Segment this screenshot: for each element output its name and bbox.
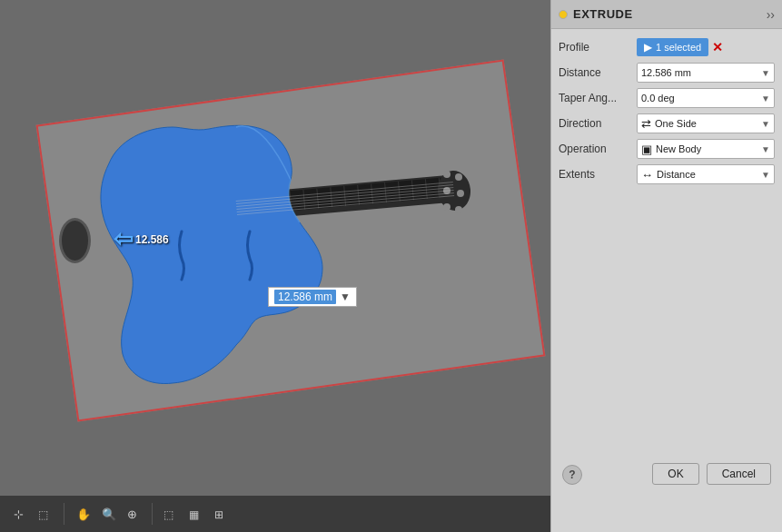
panel-header: EXTRUDE ›› bbox=[551, 0, 782, 29]
toolbar-group-3: ⬚ ▦ ⊞ bbox=[160, 503, 240, 525]
svg-point-16 bbox=[455, 173, 462, 181]
svg-text:⊞: ⊞ bbox=[214, 508, 223, 521]
cursor-icon: ▶ bbox=[644, 41, 652, 54]
extents-arrow-icon: ▼ bbox=[761, 170, 770, 180]
svg-point-15 bbox=[443, 171, 450, 178]
operation-control: ▣ New Body ▼ bbox=[637, 139, 775, 159]
dimension-input-box[interactable]: 12.586 mm ▼ bbox=[268, 287, 357, 307]
distance-label: Distance bbox=[559, 66, 631, 79]
svg-text:⬚: ⬚ bbox=[38, 508, 48, 521]
distance-control: 12.586 mm ▼ bbox=[637, 63, 775, 83]
profile-label: Profile bbox=[559, 41, 631, 54]
svg-point-14 bbox=[436, 170, 472, 212]
operation-dropdown[interactable]: ▣ New Body ▼ bbox=[637, 139, 775, 159]
operation-value: New Body bbox=[656, 143, 701, 154]
ok-button[interactable]: OK bbox=[652, 463, 698, 485]
taper-angle-dropdown[interactable]: 0.0 deg ▼ bbox=[637, 88, 775, 108]
panel-body: Profile ▶ 1 selected ✕ Distance 12.586 m… bbox=[551, 29, 782, 192]
extents-row: Extents ↔ Distance ▼ bbox=[551, 162, 782, 187]
zoom-tool-button[interactable]: 🔍 bbox=[97, 503, 119, 525]
extents-label: Extents bbox=[559, 168, 631, 181]
distance-value: 12.586 mm bbox=[641, 67, 691, 78]
svg-text:⊹: ⊹ bbox=[14, 507, 24, 521]
taper-angle-label: Taper Ang... bbox=[559, 92, 631, 104]
direction-content: ⇄ One Side bbox=[641, 117, 697, 131]
extents-dropdown[interactable]: ↔ Distance ▼ bbox=[637, 164, 775, 184]
svg-text:✋: ✋ bbox=[76, 507, 91, 522]
end-pin bbox=[59, 218, 91, 263]
panel-expand-button[interactable]: ›› bbox=[767, 7, 775, 22]
taper-angle-control: 0.0 deg ▼ bbox=[637, 88, 775, 108]
direction-value: One Side bbox=[655, 118, 697, 129]
profile-row: Profile ▶ 1 selected ✕ bbox=[551, 34, 782, 60]
direction-control: ⇄ One Side ▼ bbox=[637, 113, 775, 133]
extents-content: ↔ Distance bbox=[641, 168, 696, 182]
distance-dropdown[interactable]: 12.586 mm ▼ bbox=[637, 63, 775, 83]
svg-point-20 bbox=[455, 206, 462, 213]
svg-text:🔍: 🔍 bbox=[102, 507, 116, 522]
distance-arrow-icon: ▼ bbox=[761, 68, 770, 78]
svg-text:⊕: ⊕ bbox=[127, 507, 137, 521]
operation-icon: ▣ bbox=[641, 143, 652, 156]
taper-angle-arrow-icon: ▼ bbox=[761, 94, 770, 103]
direction-icon: ⇄ bbox=[641, 117, 651, 131]
profile-control: ▶ 1 selected ✕ bbox=[637, 38, 775, 56]
display-settings-button[interactable]: ⊞ bbox=[211, 503, 233, 525]
operation-content: ▣ New Body bbox=[641, 143, 701, 156]
orbit-tool-button[interactable]: ⬚ bbox=[35, 503, 56, 525]
panel-header-left: EXTRUDE bbox=[559, 7, 633, 21]
svg-point-18 bbox=[457, 190, 464, 197]
extrude-panel: EXTRUDE ›› Profile ▶ 1 selected ✕ Distan… bbox=[550, 0, 782, 532]
direction-dropdown[interactable]: ⇄ One Side ▼ bbox=[637, 113, 775, 133]
panel-title: EXTRUDE bbox=[573, 7, 633, 21]
operation-label: Operation bbox=[559, 143, 631, 155]
viewport: ⇦ 12.586 12.586 mm ▼ bbox=[0, 0, 554, 532]
fit-tool-button[interactable]: ⊕ bbox=[123, 503, 144, 525]
operation-row: Operation ▣ New Body ▼ bbox=[551, 136, 782, 162]
panel-footer: OK Cancel bbox=[551, 456, 782, 492]
profile-selected-button[interactable]: ▶ 1 selected bbox=[637, 38, 708, 56]
extents-value: Distance bbox=[657, 169, 696, 180]
cancel-button[interactable]: Cancel bbox=[707, 463, 771, 485]
profile-clear-button[interactable]: ✕ bbox=[708, 40, 727, 54]
toolbar-group-2: ✋ 🔍 ⊕ bbox=[72, 503, 153, 525]
direction-row: Direction ⇄ One Side ▼ bbox=[551, 111, 782, 136]
operation-arrow-icon: ▼ bbox=[761, 144, 770, 154]
dimension-value: 12.586 mm bbox=[274, 290, 336, 304]
extents-icon: ↔ bbox=[641, 168, 653, 182]
svg-point-19 bbox=[443, 203, 450, 211]
taper-angle-row: Taper Ang... 0.0 deg ▼ bbox=[551, 85, 782, 111]
svg-text:⬚: ⬚ bbox=[163, 508, 173, 521]
toolbar-group-1: ⊹ ⬚ bbox=[9, 503, 64, 525]
taper-angle-value: 0.0 deg bbox=[641, 93, 675, 103]
svg-text:▦: ▦ bbox=[189, 508, 199, 521]
profile-selected-label: 1 selected bbox=[656, 42, 701, 53]
pan-tool-button[interactable]: ✋ bbox=[72, 503, 94, 525]
direction-arrow-icon: ▼ bbox=[761, 119, 770, 129]
view-cube-button[interactable]: ⬚ bbox=[160, 503, 182, 525]
distance-row: Distance 12.586 mm ▼ bbox=[551, 60, 782, 85]
direction-label: Direction bbox=[559, 117, 631, 130]
panel-status-dot bbox=[559, 10, 568, 19]
dimension-arrow: ⇦ 12.586 bbox=[114, 225, 169, 253]
grid-button[interactable]: ▦ bbox=[185, 503, 207, 525]
extents-control: ↔ Distance ▼ bbox=[637, 164, 775, 184]
move-tool-button[interactable]: ⊹ bbox=[9, 503, 31, 525]
dimension-dropdown-arrow[interactable]: ▼ bbox=[340, 291, 351, 303]
